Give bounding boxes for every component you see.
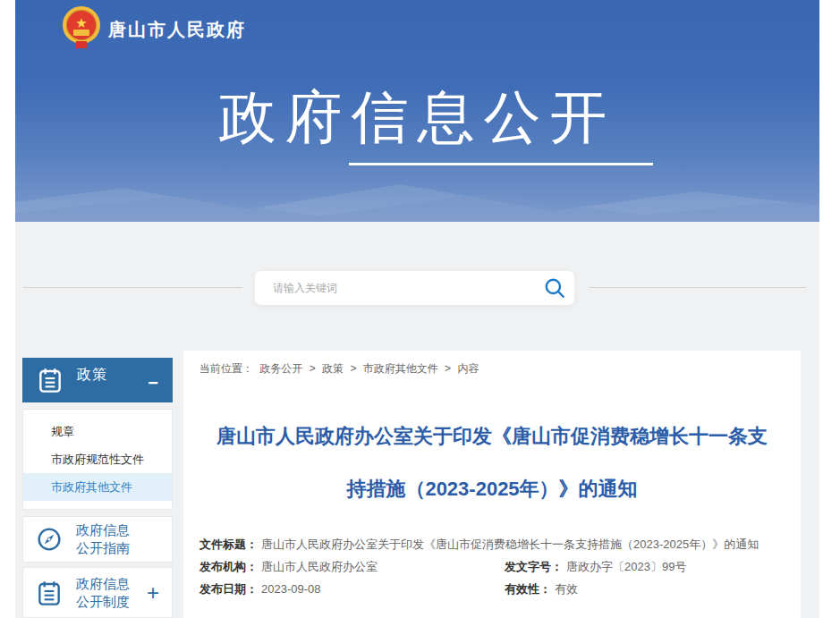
breadcrumb-separator: > [350,362,356,375]
breadcrumb-item-policy[interactable]: 政策 [322,362,344,375]
compass-icon [35,525,64,554]
meta-row-date-validity: 发布日期：2023-09-08 有效性：有效 [199,580,792,603]
sidebar-system-label: 政府信息 公开制度 [76,575,130,611]
doc-title-value: 唐山市人民政府办公室关于印发《唐山市促消费稳增长十一条支持措施（2023-202… [261,538,759,551]
issuer-label: 发布机构： [199,560,258,573]
search-icon [543,276,566,300]
collapse-icon[interactable]: − [148,374,158,392]
doc-number-label: 发文字号： [505,560,563,573]
sidebar-item-regulations[interactable]: 规章 [23,418,172,445]
emblem-star-icon: ★ [75,15,87,29]
sidebar-system-line2: 公开制度 [76,593,130,611]
expand-icon[interactable]: + [147,582,159,604]
search-divider-right [590,287,806,288]
sidebar-item-normative-documents[interactable]: 市政府规范性文件 [23,445,172,473]
sidebar-guide-line1: 政府信息 [76,521,130,539]
doc-title-label: 文件标题： [199,538,258,551]
sidebar-policy-label: 政策 [77,366,107,385]
search-divider-left [23,287,242,288]
sidebar-section-disclosure-system[interactable]: 政府信息 公开制度 + [22,567,173,618]
national-emblem-icon: ★ [63,6,100,44]
sidebar-item-other-documents[interactable]: 市政府其他文件 [23,473,172,501]
banner: ★ 唐山市人民政府 政府信息公开 [15,0,819,222]
search-input[interactable] [273,271,532,305]
validity-field: 有效性：有效 [505,580,578,598]
validity-label: 有效性： [505,582,551,596]
publish-date-field: 发布日期：2023-09-08 [199,582,321,596]
emblem-gate-shape [73,30,89,36]
sidebar-guide-label: 政府信息 公开指南 [76,521,130,557]
emblem-ribbon-shape [76,41,87,48]
validity-value: 有效 [555,582,578,596]
article-meta: 文件标题：唐山市人民政府办公室关于印发《唐山市促消费稳增长十一条支持措施（202… [199,536,792,603]
clipboard-icon [35,579,64,607]
issuer-field: 发布机构：唐山市人民政府办公室 [199,560,378,573]
site-name-link[interactable]: 唐山市人民政府 [108,18,246,42]
breadcrumb-item-disclosure[interactable]: 政务公开 [259,362,302,375]
mountain-decoration [15,170,819,222]
issuer-value: 唐山市人民政府办公室 [261,560,378,573]
content-panel: 当前位置： 政务公开 > 政策 > 市政府其他文件 > 内容 唐山市人民政府办公… [183,351,801,618]
breadcrumb-separator: > [445,362,451,375]
sidebar-section-policy[interactable]: 政策 − [22,358,173,402]
publish-date-value: 2023-09-08 [261,582,321,596]
banner-title: 政府信息公开 [15,79,819,157]
banner-title-underline [349,163,653,165]
breadcrumb-item-content: 内容 [457,362,479,375]
breadcrumb: 当前位置： 政务公开 > 政策 > 市政府其他文件 > 内容 [199,361,482,377]
search-button[interactable] [542,276,567,300]
clipboard-icon [36,366,64,394]
breadcrumb-separator: > [310,362,316,375]
search-bar [255,271,574,305]
publish-date-label: 发布日期： [199,582,258,596]
policy-submenu: 规章 市政府规范性文件 市政府其他文件 [22,409,173,510]
doc-number-field: 发文字号：唐政办字〔2023〕99号 [505,558,686,576]
article-title-text: 唐山市人民政府办公室关于印发《唐山市促消费稳增长十一条支持措施（2023-202… [213,410,772,515]
breadcrumb-item-other-documents[interactable]: 市政府其他文件 [363,362,438,375]
doc-number-value: 唐政办字〔2023〕99号 [566,560,686,573]
site-header: ★ 唐山市人民政府 [15,0,819,55]
meta-row-issuer-number: 发布机构：唐山市人民政府办公室 发文字号：唐政办字〔2023〕99号 [199,558,792,580]
meta-row-doc-title: 文件标题：唐山市人民政府办公室关于印发《唐山市促消费稳增长十一条支持措施（202… [199,536,792,558]
sidebar-system-line1: 政府信息 [76,575,130,593]
sidebar-guide-line2: 公开指南 [76,539,130,557]
breadcrumb-label: 当前位置： [199,362,253,375]
article-title: 唐山市人民政府办公室关于印发《唐山市促消费稳增长十一条支持措施（2023-202… [206,410,778,515]
sidebar-section-disclosure-guide[interactable]: 政府信息 公开指南 [22,516,173,563]
